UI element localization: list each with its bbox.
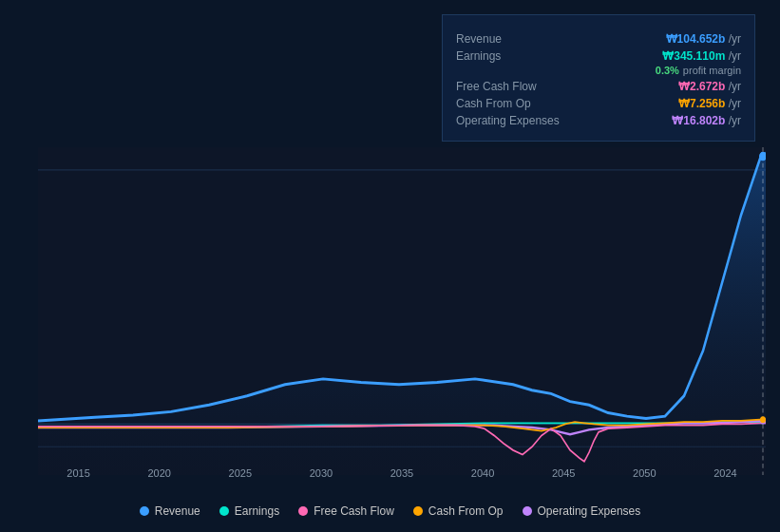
legend-revenue: Revenue bbox=[140, 504, 200, 518]
tooltip-row-opex: Operating Expenses ₩16.802b /yr bbox=[456, 114, 741, 127]
legend-label-revenue: Revenue bbox=[155, 504, 200, 518]
legend-opex: Operating Expenses bbox=[523, 504, 641, 518]
legend-fcf: Free Cash Flow bbox=[298, 504, 394, 518]
tooltip-value-opex: ₩16.802b /yr bbox=[672, 114, 741, 127]
tooltip-value-cashop: ₩7.256b /yr bbox=[678, 97, 741, 110]
tooltip-row-cashop: Cash From Op ₩7.256b /yr bbox=[456, 97, 741, 110]
tooltip-label-cashop: Cash From Op bbox=[456, 97, 570, 110]
tooltip-row-earnings: Earnings ₩345.110m /yr bbox=[456, 49, 741, 63]
main-chart bbox=[38, 147, 766, 475]
tooltip-value-revenue: ₩104.652b /yr bbox=[666, 32, 741, 46]
legend-dot-opex bbox=[523, 506, 532, 516]
legend-dot-revenue bbox=[140, 506, 149, 516]
profit-margin-row: 0.3% profit margin bbox=[456, 65, 741, 76]
x-axis-final: 201520202025203020352040204520502024 bbox=[38, 467, 766, 479]
tooltip-label-fcf: Free Cash Flow bbox=[456, 80, 570, 93]
legend: Revenue Earnings Free Cash Flow Cash Fro… bbox=[0, 504, 780, 518]
legend-label-fcf: Free Cash Flow bbox=[314, 504, 394, 518]
legend-earnings: Earnings bbox=[219, 504, 279, 518]
legend-label-cashop: Cash From Op bbox=[428, 504, 504, 518]
legend-label-earnings: Earnings bbox=[235, 504, 279, 518]
profit-margin-label: profit margin bbox=[683, 65, 741, 76]
tooltip-box: Revenue ₩104.652b /yr Earnings ₩345.110m… bbox=[442, 14, 755, 142]
tooltip-row-revenue: Revenue ₩104.652b /yr bbox=[456, 32, 741, 46]
tooltip-value-fcf: ₩2.672b /yr bbox=[678, 80, 741, 93]
legend-dot-fcf bbox=[298, 506, 308, 516]
chart-container: Revenue ₩104.652b /yr Earnings ₩345.110m… bbox=[0, 0, 780, 532]
svg-point-7 bbox=[760, 416, 766, 423]
tooltip-label-revenue: Revenue bbox=[456, 32, 570, 46]
legend-dot-cashop bbox=[413, 506, 423, 516]
tooltip-row-fcf: Free Cash Flow ₩2.672b /yr bbox=[456, 80, 741, 93]
legend-dot-earnings bbox=[219, 506, 229, 516]
profit-margin-value: 0.3% bbox=[656, 65, 679, 76]
tooltip-label-opex: Operating Expenses bbox=[456, 114, 570, 127]
tooltip-value-earnings: ₩345.110m /yr bbox=[662, 49, 741, 63]
legend-label-opex: Operating Expenses bbox=[538, 504, 641, 518]
legend-cashop: Cash From Op bbox=[413, 504, 504, 518]
tooltip-label-earnings: Earnings bbox=[456, 49, 570, 63]
